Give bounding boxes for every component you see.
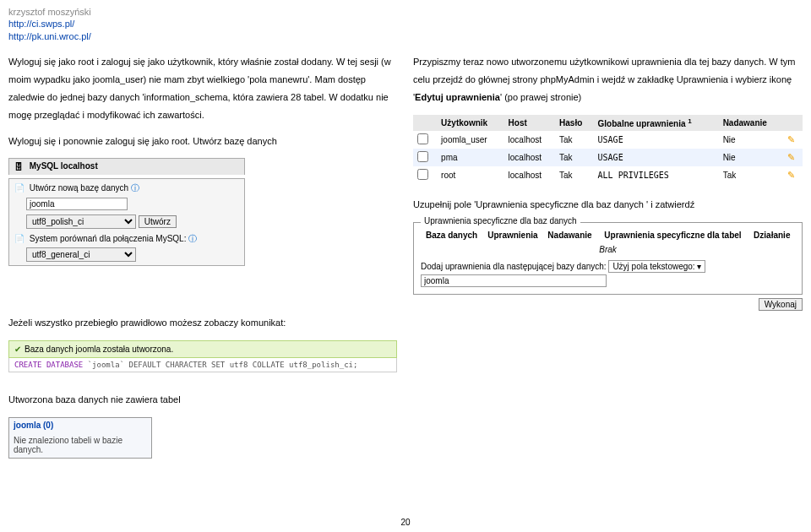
create-db-label: Utwórz nową bazę danych (30, 183, 128, 193)
mysql-panel-outer: MySQL localhost Utwórz nową bazę danych … (8, 158, 245, 265)
cell-grant: Nie (719, 131, 783, 149)
left-para-1: Wyloguj się jako root i zaloguj się jako… (8, 53, 398, 124)
left-column: Wyloguj się jako root i zaloguj się jako… (8, 53, 398, 311)
table-row: pma localhost Tak USAGE Nie ✎ (413, 149, 803, 166)
priv-table: Baza danych Uprawnienia Nadawanie Uprawn… (421, 228, 795, 257)
success-box: Baza danych joomla została utworzona. CR… (8, 340, 397, 372)
mysql-title-text: MySQL localhost (30, 161, 98, 171)
db-name-input[interactable] (26, 198, 128, 210)
fieldset-legend: Uprawnienia specyficzne dla baz danych (421, 216, 580, 225)
fh4: Uprawnienia specyficzne dla tabel (596, 228, 748, 242)
server-icon (14, 162, 24, 172)
users-table: Użytkownik Host Hasło Globalne uprawnien… (413, 115, 803, 184)
right-para-1: Przypiszmy teraz nowo utworzonemu użytko… (413, 53, 803, 106)
execute-button[interactable]: Wykonaj (759, 298, 803, 311)
notables-text: Utworzona baza danych nie zawiera tabel (8, 391, 803, 409)
lightbulb-icon (14, 183, 24, 193)
columns: Wyloguj się jako root i zaloguj się jako… (8, 53, 803, 311)
row-checkbox[interactable] (417, 151, 428, 162)
sql-text: CREATE DATABASE `joomla` DEFAULT CHARACT… (8, 358, 397, 372)
success-msgbar: Baza danych joomla została utworzona. (8, 340, 397, 358)
edit-icon[interactable]: ✎ (787, 152, 795, 162)
right-column: Przypiszmy teraz nowo utworzonemu użytko… (413, 53, 803, 311)
priv-db-input[interactable] (421, 274, 607, 287)
collation-select-1[interactable]: utf8_polish_ci (26, 214, 136, 229)
db-sidebar-box: joomla (0) Nie znaleziono tabeli w bazie… (8, 417, 152, 459)
mysql-panel: Utwórz nową bazę danych ⓘ utf8_polish_ci… (8, 178, 245, 266)
edit-icon[interactable]: ✎ (787, 134, 795, 144)
fh1: Baza danych (421, 228, 482, 242)
cell-user: pma (437, 149, 503, 166)
th-host: Host (504, 115, 555, 131)
row-checkbox[interactable] (417, 133, 428, 144)
cell-pass: Tak (555, 166, 594, 184)
page-number: 20 (400, 518, 410, 527)
mysql-panel-title: MySQL localhost (8, 158, 245, 174)
fh2: Uprawnienia (482, 228, 542, 242)
check-icon (14, 345, 21, 354)
success-msg-text: Baza danych joomla została utworzona. (24, 345, 173, 354)
row-checkbox[interactable] (417, 169, 428, 180)
edit-icon[interactable]: ✎ (787, 170, 795, 180)
add-priv-label: Dodaj uprawnienia dla następującej bazy … (421, 262, 607, 271)
collation-select-2[interactable]: utf8_general_ci (26, 247, 136, 262)
cell-pass: Tak (555, 131, 594, 149)
cell-grant: Nie (719, 149, 783, 166)
cell-host: localhost (504, 149, 555, 166)
cell-global: ALL PRIVILEGES (594, 166, 719, 184)
cell-host: localhost (504, 131, 555, 149)
cell-pass: Tak (555, 149, 594, 166)
author: krzysztof moszyński (8, 7, 803, 17)
table-row: root localhost Tak ALL PRIVILEGES Tak ✎ (413, 166, 803, 184)
th-grant: Nadawanie (719, 115, 783, 131)
create-button[interactable]: Utwórz (139, 215, 177, 228)
use-textfield-select[interactable]: Użyj pola tekstowego: ▾ (608, 260, 705, 273)
cell-global: USAGE (594, 149, 719, 166)
fh3: Nadawanie (543, 228, 597, 242)
db-sidebar-head[interactable]: joomla (0) (14, 421, 53, 430)
th-global: Globalne uprawnienia 1 (594, 115, 719, 131)
users-header-row: Użytkownik Host Hasło Globalne uprawnien… (413, 115, 803, 131)
cell-user: root (437, 166, 503, 184)
cell-grant: Tak (719, 166, 783, 184)
header-link-2[interactable]: http://pk.uni.wroc.pl/ (8, 31, 803, 41)
header-link-1[interactable]: http://ci.swps.pl/ (8, 19, 803, 29)
page-icon (14, 234, 24, 244)
right-para-2: Uzupełnij pole 'Uprawnienia specyficzne … (413, 196, 803, 214)
th-pass: Hasło (555, 115, 594, 131)
fh5: Działanie (749, 228, 795, 242)
th-user: Użytkownik (437, 115, 503, 131)
table-row: joomla_user localhost Tak USAGE Nie ✎ (413, 131, 803, 149)
edit-priv-bold: Edytuj uprawnienia (415, 92, 500, 102)
cell-host: localhost (504, 166, 555, 184)
priv-fieldset: Uprawnienia specyficzne dla baz danych B… (413, 222, 803, 295)
left-para-2: Wyloguj się i ponownie zaloguj się jako … (8, 133, 398, 150)
success-intro: Jeżeli wszystko przebiegło prawidłowo mo… (8, 314, 803, 332)
priv-brak: Brak (421, 242, 795, 257)
syscmp-label: System porównań dla połączenia MySQL: (30, 234, 187, 243)
cell-user: joomla_user (437, 131, 503, 149)
db-sidebar-body: Nie znaleziono tabeli w bazie danych. (9, 432, 151, 458)
cell-global: USAGE (594, 131, 719, 149)
